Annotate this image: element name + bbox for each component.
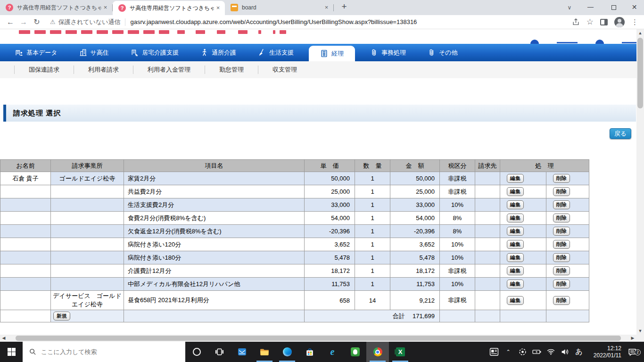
cell-office	[51, 198, 124, 212]
satsuki-app-button[interactable]	[344, 342, 366, 362]
delete-button[interactable]: 削除	[553, 296, 570, 305]
notification-center-button[interactable]: 2	[624, 348, 640, 356]
subnav-kokuhoren[interactable]: 国保連請求	[14, 66, 74, 74]
nav-item-other[interactable]: その他	[421, 44, 464, 61]
back-icon[interactable]: ←	[4, 18, 17, 26]
side-panel-icon[interactable]	[600, 19, 608, 25]
chevron-down-icon[interactable]: ∨	[564, 3, 575, 12]
edit-button[interactable]: 編集	[507, 187, 524, 196]
edge-button[interactable]	[276, 342, 298, 362]
delete-button[interactable]: 削除	[553, 240, 570, 249]
back-page-button[interactable]: 戻る	[610, 128, 631, 139]
meet-now-icon[interactable]	[517, 348, 528, 356]
scroll-left-icon[interactable]: ◀	[0, 335, 8, 342]
search-input[interactable]	[41, 348, 159, 355]
new-tab-button[interactable]: +	[338, 0, 351, 14]
tab-board[interactable]: board ×	[225, 0, 333, 15]
horizontal-scroll-thumb[interactable]	[16, 336, 621, 341]
delete-button[interactable]: 削除	[553, 187, 570, 196]
delete-button[interactable]: 削除	[553, 280, 570, 288]
delete-button[interactable]: 削除	[553, 253, 570, 262]
excel-button[interactable]: X	[389, 342, 412, 362]
reload-icon[interactable]: ↻	[30, 17, 43, 26]
subnav-user-billing[interactable]: 利用者請求	[74, 66, 133, 74]
store-button[interactable]	[298, 342, 321, 362]
tray-chevron-icon[interactable]: ⌃	[503, 349, 514, 355]
minimize-button[interactable]: —	[581, 0, 600, 15]
maximize-button[interactable]	[604, 0, 623, 15]
bookmark-star-icon[interactable]: ☆	[586, 17, 594, 27]
scroll-up-icon[interactable]: ▲	[636, 29, 644, 37]
edit-button[interactable]: 編集	[507, 227, 524, 236]
edit-button[interactable]: 編集	[507, 174, 524, 183]
delete-button[interactable]: 削除	[553, 174, 570, 183]
mail-button[interactable]	[231, 342, 253, 362]
cell-name	[0, 212, 51, 225]
delete-button[interactable]: 削除	[553, 266, 570, 275]
delete-button[interactable]: 削除	[553, 227, 570, 236]
file-explorer-button[interactable]	[253, 342, 276, 362]
ime-indicator[interactable]: あ	[573, 347, 585, 356]
edit-button[interactable]: 編集	[507, 240, 524, 249]
nav-item-day-care[interactable]: 通所介護	[194, 44, 243, 61]
cell-bill-to	[475, 238, 500, 251]
subnav-attendance[interactable]: 勤怠管理	[205, 66, 258, 74]
profile-avatar[interactable]	[614, 17, 625, 27]
task-view-button[interactable]	[208, 342, 231, 362]
scroll-down-icon[interactable]: ▼	[636, 327, 644, 335]
wifi-icon[interactable]	[545, 349, 556, 355]
widgets-icon[interactable]	[488, 348, 500, 356]
edit-button[interactable]: 編集	[507, 266, 524, 275]
cell-office	[51, 185, 124, 198]
horizontal-scrollbar[interactable]: ◀ ▶	[0, 335, 636, 342]
edit-button[interactable]: 編集	[507, 280, 524, 288]
cell-edit: 編集	[500, 251, 546, 264]
nav-item-home-care[interactable]: 居宅介護支援	[124, 44, 185, 61]
internet-explorer-button[interactable]: e	[321, 342, 344, 362]
footer-item-cell	[124, 310, 305, 322]
nav-item-office-work[interactable]: 事務処理	[363, 44, 413, 61]
battery-icon[interactable]	[531, 349, 542, 355]
volume-icon[interactable]	[559, 348, 570, 355]
total-value: 171,699	[413, 313, 435, 320]
subnav-balance[interactable]: 収支管理	[258, 66, 311, 74]
security-label[interactable]: 保護されていない通信	[58, 18, 121, 26]
cell-qty: 1	[355, 278, 390, 291]
edit-button[interactable]: 編集	[507, 296, 524, 305]
delete-button[interactable]: 削除	[553, 214, 570, 222]
close-tab-icon[interactable]: ×	[322, 4, 330, 12]
cell-amount: 5,478	[390, 251, 440, 264]
cortana-button[interactable]	[185, 342, 208, 362]
close-tab-icon[interactable]: ×	[214, 4, 222, 12]
edit-button[interactable]: 編集	[507, 214, 524, 222]
edit-button[interactable]: 編集	[507, 200, 524, 209]
tab-satsuki-1[interactable]: ? サ高住専用経営ソフトさつきちゃん ×	[0, 0, 112, 15]
cell-amount: 33,000	[390, 198, 440, 212]
cell-delete: 削除	[546, 251, 589, 264]
new-button[interactable]: 新規	[53, 312, 70, 321]
edit-button[interactable]: 編集	[507, 253, 524, 262]
url-field[interactable]: gasrv.japanwest.cloudapp.azure.com/web/A…	[130, 18, 417, 25]
vertical-scroll-thumb[interactable]	[637, 38, 643, 108]
cell-bill-to	[475, 172, 500, 185]
nav-item-life-support[interactable]: 生活支援	[251, 44, 300, 61]
scroll-right-icon[interactable]: ▶	[629, 335, 636, 342]
start-button[interactable]	[0, 342, 23, 362]
nav-item-accounting-active[interactable]: 経理	[309, 46, 355, 61]
menu-kebab-icon[interactable]: ⋮	[631, 18, 638, 26]
subnav-user-payment[interactable]: 利用者入金管理	[133, 66, 205, 74]
cell-qty: 14	[355, 291, 390, 310]
cell-unit-price: 658	[305, 291, 355, 310]
close-button[interactable]: ✕	[625, 0, 644, 15]
tab-satsuki-2-active[interactable]: ? サ高住専用経営ソフトさつきちゃん ×	[113, 1, 225, 15]
delete-button[interactable]: 削除	[553, 200, 570, 209]
taskbar-clock[interactable]: 12:12 2022/01/11	[587, 345, 621, 359]
close-tab-icon[interactable]: ×	[101, 4, 109, 12]
forward-icon[interactable]: →	[17, 18, 30, 26]
nav-item-basic-data[interactable]: 基本データ	[8, 44, 64, 61]
share-icon[interactable]	[572, 18, 580, 26]
vertical-scrollbar[interactable]: ▲ ▼	[636, 29, 644, 335]
taskbar-search[interactable]	[23, 342, 185, 362]
chrome-button[interactable]	[366, 342, 389, 362]
nav-item-sakoju[interactable]: サ高住	[73, 44, 116, 61]
